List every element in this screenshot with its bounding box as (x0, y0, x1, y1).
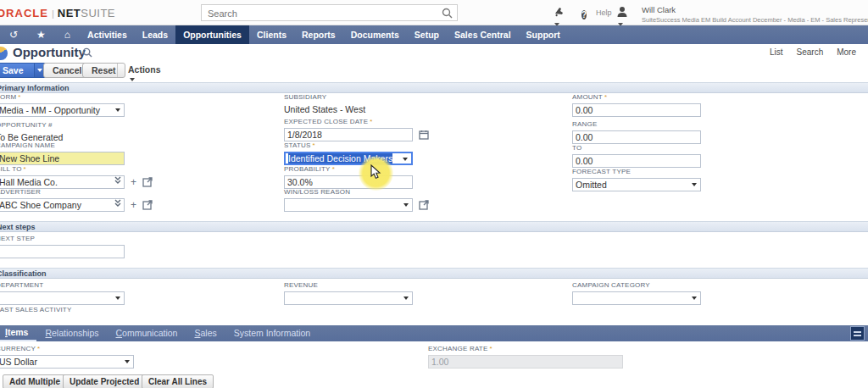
exchange-rate-input (428, 355, 623, 369)
tab-relationships[interactable]: Relationships (36, 325, 107, 341)
shortcuts-star-icon[interactable]: ★ (27, 25, 55, 44)
field-exchange-rate: EXCHANGE RATE* (428, 345, 623, 369)
range-input[interactable] (572, 130, 701, 144)
title-search-icon[interactable] (82, 47, 92, 58)
tab-sales[interactable]: Sales (186, 325, 225, 341)
open-record-icon[interactable] (419, 200, 429, 210)
open-record-icon[interactable] (142, 177, 153, 187)
search-input[interactable] (202, 6, 457, 21)
help-icon[interactable]: ? (581, 6, 587, 21)
field-amount: AMOUNT* (572, 93, 701, 117)
next-step-input[interactable] (0, 245, 125, 258)
brand-logo: ORACLE|NETSUITE (0, 7, 115, 19)
chevron-down-icon (115, 108, 120, 114)
required-marker: * (18, 93, 20, 101)
home-icon[interactable]: ⌂ (55, 25, 80, 44)
nav-item-setup[interactable]: Setup (407, 25, 447, 44)
field-campaign-category: CAMPAIGN CATEGORY (572, 281, 701, 305)
tab-system-information[interactable]: System Information (225, 325, 319, 341)
user-role: SuiteSuccess Media EM Build Account Dece… (642, 16, 866, 24)
chevron-down-icon (403, 203, 409, 209)
add-new-icon[interactable]: + (131, 177, 136, 187)
amount-input[interactable] (572, 103, 701, 117)
add-new-icon[interactable]: + (131, 200, 136, 210)
user-info[interactable]: Will Clark SuiteSuccess Media EM Build A… (642, 5, 866, 24)
required-marker: * (370, 118, 372, 125)
subsidiary-value: United States - West (284, 104, 365, 114)
required-marker: * (37, 345, 40, 352)
open-record-icon[interactable] (142, 200, 153, 210)
required-marker: * (489, 345, 492, 352)
field-form: FORM* Media - MM - Opportunity (0, 93, 125, 117)
nav-item-sales-central[interactable]: Sales Central (447, 25, 519, 44)
chevron-down-icon (692, 183, 697, 189)
required-marker: * (313, 141, 315, 149)
top-bar: ORACLE|NETSUITE ? Help Will Clark SuiteS… (0, 0, 868, 25)
field-last-sales-activity: LAST SALES ACTIVITY (0, 306, 71, 313)
section-next-steps: Next steps (0, 221, 868, 232)
main-nav: ↺ ★ ⌂ Activities Leads Opportunities Cli… (0, 25, 868, 44)
list-link[interactable]: List (770, 47, 783, 57)
to-input[interactable] (572, 154, 701, 168)
required-marker: * (24, 165, 26, 173)
field-revenue: REVENUE (284, 281, 413, 305)
add-multiple-button[interactable]: Add Multiple (3, 374, 67, 388)
nav-item-activities[interactable]: Activities (80, 25, 135, 44)
user-name: Will Clark (642, 5, 866, 14)
field-next-step: NEXT STEP (0, 235, 125, 258)
field-forecast-type: FORECAST TYPE Omitted (572, 168, 701, 191)
expected-close-date-input[interactable] (284, 128, 413, 141)
reset-button[interactable]: Reset (82, 63, 125, 78)
nav-item-support[interactable]: Support (519, 25, 568, 44)
tab-items[interactable]: Items (0, 325, 36, 341)
update-projected-button[interactable]: Update Projected (63, 374, 146, 388)
field-to: TO (572, 144, 701, 168)
save-button[interactable]: Save (0, 63, 47, 78)
subtab-menu-icon[interactable] (850, 326, 865, 341)
field-advertiser: ADVERTISER + (0, 188, 153, 212)
brand-separator: | (52, 8, 54, 19)
nav-item-leads[interactable]: Leads (135, 25, 175, 44)
status-select[interactable]: Identified Decision Makers (284, 152, 413, 165)
open-list-icon[interactable] (114, 198, 122, 208)
nav-item-reports[interactable]: Reports (294, 25, 343, 44)
department-select[interactable] (0, 291, 125, 305)
tab-communication[interactable]: Communication (107, 325, 186, 341)
form-select[interactable]: Media - MM - Opportunity (0, 103, 125, 117)
chevron-down-icon (403, 158, 408, 164)
nav-item-documents[interactable]: Documents (343, 25, 407, 44)
nav-item-clients[interactable]: Clients (249, 25, 294, 44)
nav-item-opportunities[interactable]: Opportunities (175, 25, 249, 44)
page-title: Opportunity (13, 45, 86, 59)
campaign-name-input[interactable] (0, 152, 125, 165)
win-loss-reason-select[interactable] (284, 198, 413, 212)
campaign-category-select[interactable] (572, 291, 701, 305)
global-search[interactable] (201, 4, 458, 21)
field-win-loss-reason: WIN/LOSS REASON (284, 188, 429, 212)
open-list-icon[interactable] (114, 175, 122, 185)
required-marker: * (332, 165, 335, 173)
clear-all-lines-button[interactable]: Clear All Lines (142, 374, 214, 388)
section-classification: Classification (0, 268, 868, 279)
field-opportunity-number: OPPORTUNITY # To Be Generated (0, 121, 63, 142)
chevron-down-icon (115, 297, 120, 302)
probability-input[interactable] (284, 175, 413, 189)
field-expected-close-date: EXPECTED CLOSE DATE* (284, 118, 429, 141)
forecast-type-select[interactable]: Omitted (572, 178, 701, 191)
field-currency: CURRENCY* US Dollar (0, 345, 134, 369)
calendar-icon[interactable] (419, 130, 429, 140)
currency-select[interactable]: US Dollar (0, 355, 134, 369)
toolbar-divider (117, 64, 118, 77)
advertiser-input[interactable] (0, 198, 125, 212)
search-icon[interactable] (442, 8, 453, 19)
recent-records-icon[interactable]: ↺ (0, 25, 27, 44)
field-bill-to: BILL TO* + (0, 165, 153, 189)
chevron-down-icon (403, 297, 409, 302)
revenue-select[interactable] (284, 291, 413, 305)
search-link[interactable]: Search (797, 47, 824, 57)
field-range: RANGE (572, 120, 701, 144)
more-link[interactable]: More (837, 47, 856, 57)
help-label[interactable]: Help (596, 8, 612, 17)
bill-to-input[interactable] (0, 175, 125, 189)
required-marker: * (604, 93, 607, 101)
